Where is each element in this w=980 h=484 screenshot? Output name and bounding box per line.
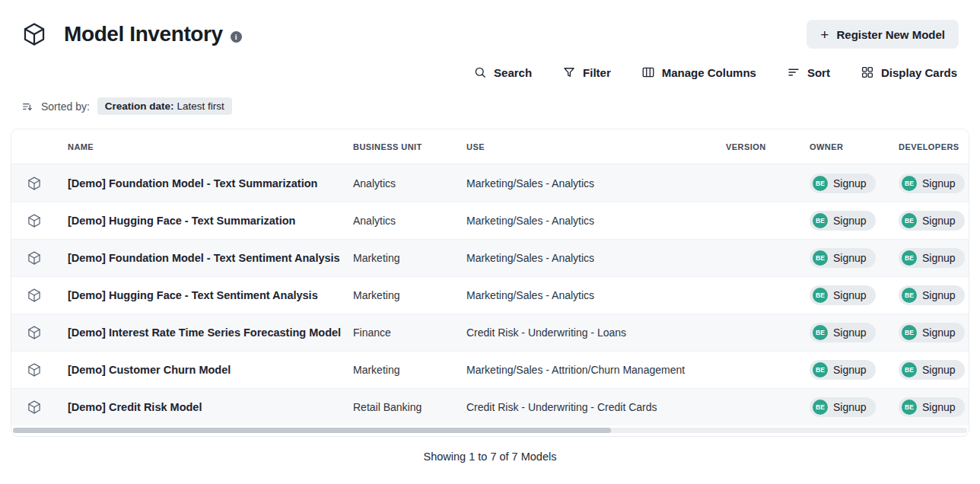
business-unit-cell: Retail Banking	[353, 401, 466, 413]
developers-cell: BE Signup	[899, 211, 969, 231]
filter-button[interactable]: Filter	[562, 65, 611, 79]
developers-cell: BE Signup	[899, 174, 969, 193]
search-button[interactable]: Search	[473, 65, 532, 79]
column-header-name: NAME	[68, 142, 353, 151]
manage-columns-label: Manage Columns	[662, 66, 756, 79]
column-header-developers: DEVELOPERS	[899, 142, 969, 151]
filter-label: Filter	[583, 66, 611, 79]
owner-cell: BE Signup	[810, 323, 899, 342]
model-name-cell: [Demo] Hugging Face - Text Sentiment Ana…	[68, 289, 353, 301]
avatar: BE	[813, 362, 828, 377]
use-cell: Marketing/Sales - Analytics	[466, 252, 726, 264]
owner-name: Signup	[833, 401, 867, 413]
owner-name: Signup	[833, 252, 867, 264]
manage-columns-button[interactable]: Manage Columns	[641, 65, 756, 79]
use-cell: Marketing/Sales - Analytics	[466, 177, 726, 189]
avatar: BE	[902, 362, 917, 377]
avatar: BE	[813, 400, 828, 415]
sort-label: Sort	[807, 66, 830, 79]
avatar: BE	[813, 176, 828, 191]
use-cell: Marketing/Sales - Analytics	[466, 289, 726, 301]
owner-name: Signup	[833, 364, 867, 376]
developers-cell: BE Signup	[899, 360, 969, 380]
page-title: Model Inventory	[64, 22, 223, 46]
owner-pill: BE Signup	[810, 285, 876, 305]
sorted-by-label: Sorted by:	[41, 100, 90, 113]
avatar: BE	[902, 213, 917, 228]
use-cell: Credit Risk - Underwriting - Credit Card…	[466, 401, 726, 413]
table-row[interactable]: [Demo] Hugging Face - Text Summarization…	[11, 202, 969, 239]
table-row[interactable]: [Demo] Customer Churn Model Marketing Ma…	[11, 351, 969, 388]
owner-cell: BE Signup	[810, 248, 899, 268]
model-name-cell: [Demo] Credit Risk Model	[68, 401, 353, 413]
avatar: BE	[813, 250, 828, 266]
avatar: BE	[902, 176, 917, 191]
developer-pill: BE Signup	[899, 248, 965, 268]
cards-grid-icon	[861, 65, 874, 79]
owner-pill: BE Signup	[810, 174, 876, 193]
column-header-owner: OWNER	[810, 142, 899, 151]
horizontal-scrollbar[interactable]	[11, 425, 969, 436]
developer-pill: BE Signup	[899, 174, 965, 193]
avatar: BE	[902, 325, 917, 340]
title-group: Model Inventory i	[21, 21, 242, 47]
developer-pill: BE Signup	[899, 285, 965, 305]
model-name-cell: [Demo] Interest Rate Time Series Forecas…	[68, 326, 353, 339]
model-cube-icon	[27, 288, 68, 303]
model-cube-icon	[27, 213, 68, 228]
topbar: Model Inventory i + Register New Model	[0, 0, 980, 49]
table-row[interactable]: [Demo] Hugging Face - Text Sentiment Ana…	[11, 276, 969, 314]
info-icon[interactable]: i	[231, 31, 242, 43]
business-unit-cell: Analytics	[353, 177, 466, 189]
developers-cell: BE Signup	[899, 285, 969, 305]
model-name-cell: [Demo] Hugging Face - Text Summarization	[68, 215, 353, 227]
scrollbar-thumb[interactable]	[13, 428, 611, 433]
owner-name: Signup	[833, 215, 867, 227]
owner-pill: BE Signup	[810, 360, 876, 380]
developer-name: Signup	[922, 177, 956, 189]
owner-pill: BE Signup	[810, 211, 876, 231]
table-row[interactable]: [Demo] Interest Rate Time Series Forecas…	[11, 314, 969, 351]
avatar: BE	[813, 213, 828, 228]
model-cube-icon	[27, 400, 68, 415]
table-row[interactable]: [Demo] Foundation Model - Text Summariza…	[11, 164, 969, 202]
owner-name: Signup	[833, 177, 867, 189]
developers-cell: BE Signup	[899, 323, 969, 342]
table-body: [Demo] Foundation Model - Text Summariza…	[11, 164, 969, 425]
developer-pill: BE Signup	[899, 211, 965, 231]
owner-cell: BE Signup	[810, 397, 899, 417]
owner-name: Signup	[833, 326, 867, 339]
owner-pill: BE Signup	[810, 397, 876, 417]
owner-cell: BE Signup	[810, 211, 899, 231]
sort-button[interactable]: Sort	[787, 65, 830, 79]
register-new-model-label: Register New Model	[836, 28, 945, 41]
register-new-model-button[interactable]: + Register New Model	[807, 20, 959, 49]
display-cards-label: Display Cards	[881, 66, 957, 79]
avatar: BE	[902, 400, 917, 415]
sort-chip-value: Latest first	[177, 100, 224, 112]
table-header-row: NAME BUSINESS UNIT USE VERSION OWNER DEV…	[11, 129, 969, 164]
results-summary: Showing 1 to 7 of 7 Models	[0, 437, 980, 463]
sort-chip[interactable]: Creation date: Latest first	[97, 97, 232, 115]
model-cube-icon	[27, 325, 68, 340]
table-row[interactable]: [Demo] Credit Risk Model Retail Banking …	[11, 388, 969, 425]
scrollbar-track[interactable]	[13, 428, 967, 433]
owner-pill: BE Signup	[810, 248, 876, 268]
sorted-by-row: Sorted by: Creation date: Latest first	[0, 79, 980, 115]
display-cards-button[interactable]: Display Cards	[861, 65, 957, 79]
search-icon	[473, 65, 487, 79]
owner-cell: BE Signup	[810, 360, 899, 380]
model-name-cell: [Demo] Foundation Model - Text Sentiment…	[68, 252, 353, 264]
table-row[interactable]: [Demo] Foundation Model - Text Sentiment…	[11, 239, 969, 276]
column-header-use: USE	[466, 142, 726, 151]
filter-icon	[562, 65, 576, 79]
table-toolbar: Search Filter Manage Columns Sort	[0, 49, 980, 79]
model-name-cell: [Demo] Customer Churn Model	[68, 364, 353, 376]
model-cube-icon	[27, 250, 68, 266]
use-cell: Credit Risk - Underwriting - Loans	[466, 326, 726, 339]
plus-icon: +	[820, 27, 829, 42]
business-unit-cell: Marketing	[353, 252, 466, 264]
business-unit-cell: Finance	[353, 326, 466, 339]
business-unit-cell: Marketing	[353, 289, 466, 301]
column-header-version: VERSION	[726, 142, 810, 151]
